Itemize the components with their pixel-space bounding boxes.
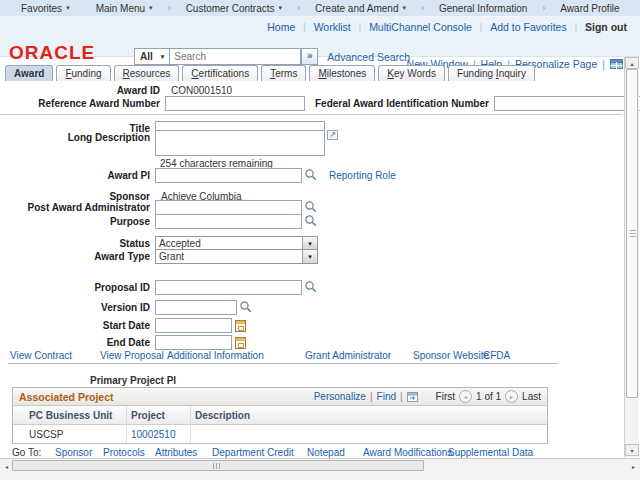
breadcrumb-separator-icon: › [540, 3, 547, 13]
horizontal-scrollbar-thumb[interactable] [12, 460, 424, 471]
tab-label: ey Words [394, 68, 436, 79]
scroll-right-icon[interactable]: ▸ [628, 461, 639, 471]
tab-certifications[interactable]: Certifications [182, 65, 258, 81]
end-date-input[interactable] [155, 335, 232, 350]
cfda-link[interactable]: CFDA [483, 350, 510, 361]
goto-protocols-link[interactable]: Protocols [103, 447, 145, 458]
expand-icon[interactable]: ↗ [327, 130, 338, 140]
column-header-description[interactable]: Description [191, 406, 547, 424]
pager-previous-icon[interactable]: ◂ [459, 390, 472, 403]
pager-next-icon[interactable]: ▸ [505, 390, 518, 403]
caret-down-icon: ▾ [402, 4, 406, 12]
award-pi-label: Award PI [0, 170, 155, 181]
goto-sponsor-link[interactable]: Sponsor [55, 447, 92, 458]
long-description-label: Long Description [0, 130, 155, 143]
sign-out-link[interactable]: Sign out [585, 21, 627, 33]
worklist-link[interactable]: Worklist [314, 21, 351, 33]
vertical-scrollbar[interactable]: ▴ ▾ [624, 57, 639, 457]
search-input[interactable] [170, 48, 301, 65]
scroll-down-icon[interactable]: ▾ [625, 444, 639, 456]
pager-first-label: First [436, 391, 455, 402]
breadcrumb-item-main-menu[interactable]: Main Menu ▾ [83, 3, 166, 14]
reporting-role-link[interactable]: Reporting Role [329, 170, 396, 181]
tab-label: M [318, 68, 326, 79]
tab-funding-inquiry[interactable]: Funding Inquiry [448, 65, 535, 81]
tab-milestones[interactable]: Milestones [309, 65, 375, 81]
tab-key-words[interactable]: Key Words [378, 65, 445, 81]
separator: | [567, 22, 585, 32]
column-header-pc-business-unit[interactable]: PC Business Unit [13, 406, 127, 424]
start-date-input[interactable] [155, 318, 232, 333]
tab-label: ertifications [199, 68, 250, 79]
breadcrumb-label: Favorites [21, 3, 62, 14]
calendar-icon[interactable] [235, 320, 246, 332]
caret-down-icon: ▾ [308, 240, 312, 248]
breadcrumb-label: Award Profile [560, 3, 619, 14]
search-scope-value: All [140, 51, 153, 62]
award-id-value: CON0001510 [171, 85, 232, 96]
tab-terms[interactable]: Terms [261, 65, 306, 81]
horizontal-scrollbar[interactable]: ◂ ▸ [0, 458, 640, 472]
breadcrumb-item-award-profile[interactable]: Award Profile [547, 3, 632, 14]
personalize-grid-icon[interactable] [610, 59, 623, 69]
award-pi-input[interactable] [155, 168, 302, 183]
select-arrow-button: ▾ [302, 250, 317, 263]
breadcrumb-label: Main Menu [96, 3, 145, 14]
lookup-icon[interactable] [304, 200, 317, 215]
caret-down-icon: ▾ [308, 253, 312, 261]
lookup-icon[interactable] [304, 280, 317, 295]
home-link[interactable]: Home [267, 21, 295, 33]
reference-award-number-input[interactable] [165, 96, 305, 111]
lookup-icon[interactable] [304, 168, 317, 183]
grant-administrator-link[interactable]: Grant Administrator [305, 350, 391, 361]
post-award-administrator-input[interactable] [155, 200, 302, 215]
grid-title: Associated Project [19, 391, 314, 403]
cell-description [191, 425, 547, 443]
add-to-favorites-link[interactable]: Add to Favorites [490, 21, 566, 33]
pager-last-label: Last [522, 391, 541, 402]
search-go-button[interactable]: » [301, 48, 318, 65]
lookup-icon[interactable] [239, 300, 252, 315]
scroll-left-icon[interactable]: ◂ [1, 461, 12, 471]
goto-notepad-link[interactable]: Notepad [307, 447, 345, 458]
find-link[interactable]: Find [377, 391, 396, 402]
breadcrumb-item-create-and-amend[interactable]: Create and Amend ▾ [302, 3, 419, 14]
tab-award[interactable]: Award [5, 65, 53, 81]
calendar-icon[interactable] [235, 337, 246, 349]
breadcrumb-item-general-information[interactable]: General Information [426, 3, 540, 14]
vertical-scrollbar-thumb[interactable] [626, 69, 638, 398]
proposal-id-input[interactable] [155, 280, 302, 295]
award-type-label: Award Type [0, 251, 155, 262]
column-header-project[interactable]: Project [127, 406, 191, 424]
breadcrumb-separator-icon: › [419, 3, 426, 13]
goto-department-credit-link[interactable]: Department Credit [212, 447, 294, 458]
additional-information-link[interactable]: Additional Information [167, 350, 264, 361]
award-type-select[interactable]: Grant ▾ [155, 249, 318, 264]
breadcrumb-item-favorites[interactable]: Favorites ▾ [8, 3, 83, 14]
download-icon[interactable] [407, 392, 418, 402]
goto-supplemental-data-link[interactable]: Supplemental Data [448, 447, 533, 458]
project-link[interactable]: 10002510 [131, 429, 176, 440]
status-value: Accepted [156, 238, 302, 249]
reference-award-number-label: Reference Award Number [0, 98, 165, 109]
personalize-link[interactable]: Personalize [314, 391, 366, 402]
tab-resources[interactable]: Resources [114, 65, 180, 81]
breadcrumb-item-customer-contracts[interactable]: Customer Contracts ▾ [173, 3, 295, 14]
tab-funding[interactable]: Funding [56, 65, 110, 81]
long-description-textarea[interactable] [155, 130, 325, 156]
search-scope-dropdown[interactable]: All ▾ [134, 48, 170, 65]
view-proposal-link[interactable]: View Proposal [100, 350, 164, 361]
goto-award-modifications-link[interactable]: Award Modifications [363, 447, 452, 458]
view-contract-link[interactable]: View Contract [10, 350, 72, 361]
multichannel-console-link[interactable]: MultiChannel Console [369, 21, 472, 33]
scroll-up-icon[interactable]: ▴ [625, 57, 639, 69]
lookup-icon[interactable] [304, 214, 317, 229]
purpose-input[interactable] [155, 214, 302, 229]
federal-award-id-number-input[interactable] [494, 96, 640, 111]
advanced-search-link[interactable]: Advanced Search [327, 51, 410, 63]
table-row: USCSP 10002510 [13, 425, 547, 443]
version-id-input[interactable] [155, 300, 237, 315]
search-bar: All ▾ » Advanced Search [134, 48, 410, 65]
sponsor-website-link[interactable]: Sponsor Website [413, 350, 489, 361]
goto-attributes-link[interactable]: Attributes [155, 447, 197, 458]
